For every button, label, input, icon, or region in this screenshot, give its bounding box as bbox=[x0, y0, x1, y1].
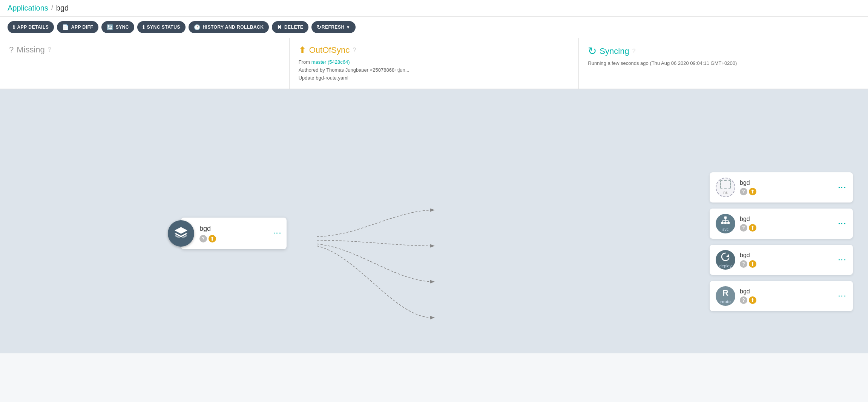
resource-node-ns: ns bgd ? ⬆ ⋮ bbox=[710, 172, 853, 203]
missing-help-icon[interactable]: ? bbox=[48, 46, 51, 53]
out-of-sync-help-icon[interactable]: ? bbox=[353, 47, 356, 54]
ns-info: bgd ? ⬆ bbox=[740, 180, 834, 195]
missing-status-title: ? Missing ? bbox=[9, 45, 280, 55]
ns-node-menu[interactable]: ⋮ bbox=[834, 183, 847, 192]
right-nodes: ns bgd ? ⬆ ⋮ bbox=[710, 172, 853, 311]
layers-icon bbox=[175, 227, 187, 240]
ns-badges: ? ⬆ bbox=[740, 188, 834, 195]
route-letter: R bbox=[722, 288, 728, 298]
delete-button[interactable]: ✖ DELETE bbox=[272, 21, 308, 33]
out-of-sync-icon: ⬆ bbox=[299, 45, 306, 55]
deploy-question-badge: ? bbox=[740, 260, 747, 268]
out-of-sync-label: OutOfSync bbox=[309, 45, 350, 55]
status-bar: ? Missing ? ⬆ OutOfSync ? From master (5… bbox=[0, 38, 868, 89]
deploy-node-menu[interactable]: ⋮ bbox=[834, 256, 847, 264]
sync-icon: 🔄 bbox=[107, 24, 113, 30]
central-node-badges: ? ⬆ bbox=[199, 235, 268, 242]
missing-label: Missing bbox=[17, 45, 45, 55]
svg-rect-3 bbox=[727, 222, 730, 224]
svc-question-badge: ? bbox=[740, 224, 747, 232]
svc-icon-wrap: svc bbox=[716, 214, 735, 233]
info-icon: ℹ bbox=[13, 24, 15, 30]
deploy-icon-wrap: deploy bbox=[716, 250, 735, 270]
toolbar: ℹ APP DETAILS 📄 APP DIFF 🔄 SYNC ℹ SYNC S… bbox=[0, 17, 868, 38]
out-of-sync-detail: From master (5428c64) Authored by Thomas… bbox=[299, 58, 570, 82]
central-node-info: bgd ? ⬆ bbox=[199, 225, 268, 242]
resource-node-route: R route bgd ? ⬆ ⋮ bbox=[710, 281, 853, 311]
route-type-label: route bbox=[720, 299, 731, 304]
svc-badges: ? ⬆ bbox=[740, 224, 834, 232]
deploy-name: bgd bbox=[740, 252, 834, 259]
deploy-type-label: deploy bbox=[719, 264, 732, 268]
central-question-badge: ? bbox=[199, 235, 207, 242]
route-name: bgd bbox=[740, 288, 834, 295]
applications-link[interactable]: Applications bbox=[8, 4, 48, 12]
sync-status-button[interactable]: ℹ SYNC STATUS bbox=[137, 21, 186, 33]
svc-info: bgd ? ⬆ bbox=[740, 216, 834, 232]
resource-node-deploy: deploy bgd ? ⬆ ⋮ bbox=[710, 245, 853, 275]
svc-name: bgd bbox=[740, 216, 834, 222]
central-out-badge: ⬆ bbox=[209, 235, 216, 242]
graph-area: bgd ? ⬆ ⋮ ns bgd ? ⬆ bbox=[0, 89, 868, 353]
author-text: Authored by Thomas Jungbauer <25078868+t… bbox=[299, 67, 409, 73]
central-icon-wrap bbox=[168, 220, 194, 247]
ns-question-badge: ? bbox=[740, 188, 747, 195]
out-of-sync-section: ⬆ OutOfSync ? From master (5428c64) Auth… bbox=[290, 38, 579, 89]
syncing-section: ↻ Syncing ? Running a few seconds ago (T… bbox=[579, 38, 868, 89]
breadcrumb: Applications / bgd bbox=[0, 0, 868, 17]
out-of-sync-title: ⬆ OutOfSync ? bbox=[299, 45, 570, 55]
deploy-badges: ? ⬆ bbox=[740, 260, 834, 268]
app-diff-button[interactable]: 📄 APP DIFF bbox=[57, 21, 98, 33]
route-icon-wrap: R route bbox=[716, 286, 735, 306]
ns-icon-inner: ns bbox=[720, 180, 731, 195]
namespace-rect-icon bbox=[720, 180, 731, 189]
syncing-timestamp: Running a few seconds ago (Thu Aug 06 20… bbox=[588, 60, 859, 66]
deploy-info: bgd ? ⬆ bbox=[740, 252, 834, 268]
sync-status-icon: ℹ bbox=[143, 24, 145, 30]
syncing-icon: ↻ bbox=[588, 45, 597, 57]
deploy-icon-inner: deploy bbox=[719, 252, 732, 268]
route-info: bgd ? ⬆ bbox=[740, 288, 834, 304]
ns-type-label: ns bbox=[723, 190, 728, 195]
route-badges: ? ⬆ bbox=[740, 296, 834, 304]
diff-icon: 📄 bbox=[62, 24, 69, 30]
chevron-down-icon: ▼ bbox=[346, 25, 350, 29]
deploy-out-badge: ⬆ bbox=[749, 260, 756, 268]
svg-rect-0 bbox=[724, 216, 727, 219]
delete-icon: ✖ bbox=[277, 24, 282, 30]
syncing-title: ↻ Syncing ? bbox=[588, 45, 859, 57]
missing-status-section: ? Missing ? bbox=[0, 38, 290, 89]
svc-out-badge: ⬆ bbox=[749, 224, 756, 232]
breadcrumb-separator: / bbox=[51, 4, 53, 12]
ns-out-badge: ⬆ bbox=[749, 188, 756, 195]
svc-type-label: svc bbox=[722, 227, 729, 232]
commit-text: Update bgd-route.yaml bbox=[299, 75, 348, 81]
route-question-badge: ? bbox=[740, 296, 747, 304]
svc-node-menu[interactable]: ⋮ bbox=[834, 219, 847, 228]
current-page-label: bgd bbox=[56, 4, 69, 12]
resource-node-svc: svc bgd ? ⬆ ⋮ bbox=[710, 209, 853, 239]
sync-button[interactable]: 🔄 SYNC bbox=[101, 21, 134, 33]
ns-name: bgd bbox=[740, 180, 834, 186]
svg-rect-1 bbox=[721, 222, 724, 224]
route-icon-inner: R route bbox=[720, 288, 731, 304]
history-rollback-button[interactable]: 🕐 HISTORY AND ROLLBACK bbox=[189, 21, 269, 33]
route-node-menu[interactable]: ⋮ bbox=[834, 292, 847, 301]
missing-icon: ? bbox=[9, 45, 14, 55]
svg-rect-2 bbox=[724, 222, 727, 224]
route-out-badge: ⬆ bbox=[749, 296, 756, 304]
ns-icon-wrap: ns bbox=[716, 178, 735, 197]
central-node-menu[interactable]: ⋮ bbox=[272, 229, 282, 238]
branch-link[interactable]: master (5428c64) bbox=[311, 59, 350, 65]
refresh-button[interactable]: ↻ REFRESH ▼ bbox=[311, 21, 356, 33]
syncing-help-icon[interactable]: ? bbox=[632, 48, 636, 55]
history-icon: 🕐 bbox=[194, 24, 201, 30]
svc-icon-inner: svc bbox=[721, 216, 730, 232]
central-node-name: bgd bbox=[199, 225, 268, 233]
refresh-icon: ↻ bbox=[317, 24, 322, 30]
app-details-button[interactable]: ℹ APP DETAILS bbox=[8, 21, 54, 33]
central-node: bgd ? ⬆ ⋮ bbox=[181, 218, 287, 249]
syncing-label: Syncing bbox=[600, 46, 629, 56]
